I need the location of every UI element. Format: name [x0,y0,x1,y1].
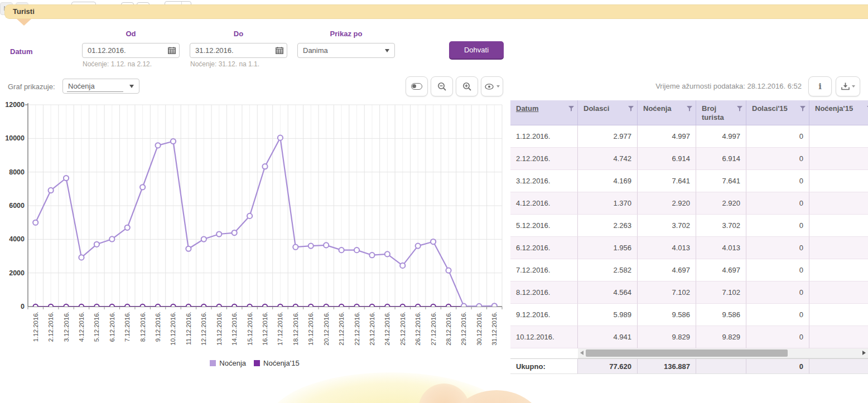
table-cell: 3.12.2016. [510,170,578,192]
legend-item[interactable]: Noćenja [210,359,246,367]
table-cell: 4.564 [578,281,638,304]
footer-total-label: Ukupno: [510,358,578,374]
zoom-out-button[interactable] [431,76,453,96]
column-header-2[interactable]: Dolasci [578,100,638,125]
legend-label: Noćenja'15 [263,359,300,367]
calendar-icon[interactable] [272,47,287,54]
display-by-value: Danima [298,46,380,55]
graph-series-value: Noćenja [67,80,123,92]
legend-item[interactable]: Noćenja'15 [254,359,300,367]
table-row[interactable]: 5.12.2016.2.2633.7023.7020 [510,215,868,237]
table-cell: 2.977 [578,125,638,148]
table-cell: 1.956 [578,237,638,259]
footer-total-cell: 77.620 [578,358,638,374]
filter-icon[interactable] [800,106,806,111]
scrollbar-thumb[interactable] [586,349,788,357]
svg-text:29.12.2016.: 29.12.2016. [460,312,467,346]
column-header-5[interactable]: Dolasci'15 [746,100,809,125]
line-chart[interactable]: 0200040006000800010000120001.12.2016.2.1… [2,101,507,357]
svg-text:3.12.2016.: 3.12.2016. [63,312,70,342]
table-cell: 4.697 [696,259,746,281]
table-cell: 2.920 [638,192,696,215]
svg-text:26.12.2016.: 26.12.2016. [414,312,421,346]
turisti-dashboard: Turisti Datum Od Do Prikaz po 01.12.2016… [0,0,868,403]
panel-header[interactable]: Turisti [4,4,868,19]
display-by-select[interactable]: Danima [297,43,395,58]
column-header-6[interactable]: Noćenja'15 [809,100,868,125]
table-row[interactable]: 8.12.2016.4.5647.1027.1020 [510,281,868,304]
table-row[interactable]: 3.12.2016.4.1697.6417.6410 [510,170,868,192]
table-row[interactable]: 1.12.2016.2.9774.9974.9970 [510,125,868,148]
svg-text:22.12.2016.: 22.12.2016. [354,312,360,346]
footer-total-cell: 136.887 [638,358,696,374]
table-cell: 5.989 [578,304,638,326]
svg-text:30.12.2016.: 30.12.2016. [476,312,483,346]
series-Noćenja'15 [33,304,497,309]
horizontal-scrollbar[interactable] [578,348,868,358]
zoom-in-button[interactable] [456,76,478,96]
table-cell: 1.370 [578,192,638,215]
filter-icon[interactable] [568,106,574,111]
table-cell: 8.12.2016. [510,281,578,304]
table-cell [809,170,868,192]
table-cell: 9.586 [696,304,746,326]
svg-text:13.12.2016.: 13.12.2016. [216,312,223,346]
info-button[interactable]: i [808,76,832,96]
download-icon [841,82,850,90]
zoom-in-icon [462,82,472,91]
table-cell: 7.641 [638,170,696,192]
table-cell: 2.263 [578,215,638,237]
column-header-3[interactable]: Noćenja [638,100,696,125]
table-cell: 7.102 [638,281,696,304]
filter-icon[interactable] [628,106,634,111]
fetch-button[interactable]: Dohvati [449,41,504,59]
visibility-menu-button[interactable] [481,76,503,96]
column-header-4[interactable]: Broj turista [696,100,746,125]
graph-series-select[interactable]: Noćenja [62,79,139,94]
table-row[interactable]: 10.12.2016.4.9419.8299.8290 [510,326,868,348]
table-cell: 0 [746,259,809,281]
svg-text:12000: 12000 [5,101,25,109]
table-cell: 4.997 [696,125,746,148]
svg-text:18.12.2016.: 18.12.2016. [292,312,299,346]
table-cell: 0 [746,170,809,192]
footer-total-cell: 0 [746,358,809,374]
table-cell: 4.742 [578,148,638,170]
table-cell: 0 [746,237,809,259]
date-to-input[interactable]: 31.12.2016. [190,43,287,58]
svg-text:8000: 8000 [9,168,25,176]
data-table: DatumDolasciNoćenjaBroj turistaDolasci'1… [510,100,868,374]
scroll-right-icon[interactable] [862,351,866,355]
table-cell [809,148,868,170]
table-row[interactable]: 7.12.2016.2.5824.6974.6970 [510,259,868,281]
table-row[interactable]: 9.12.2016.5.9899.5869.5860 [510,304,868,326]
table-cell: 2.582 [578,259,638,281]
filter-icon[interactable] [737,106,742,111]
table-scrollbar-row [510,348,868,358]
toggle-view-button[interactable] [406,76,428,96]
table-row[interactable]: 2.12.2016.4.7426.9146.9140 [510,148,868,170]
date-from-input[interactable]: 01.12.2016. [82,43,180,58]
column-header-1[interactable]: Datum [510,100,578,125]
scroll-left-icon[interactable] [580,351,584,355]
to-hint: Noćenje: 31.12. na 1.1. [190,60,259,68]
filter-icon[interactable] [687,106,692,111]
calendar-icon[interactable] [165,47,179,54]
table-cell [809,259,868,281]
page-title: Turisti [13,7,35,16]
table-row[interactable]: 4.12.2016.1.3702.9202.9200 [510,192,868,215]
export-button[interactable] [836,76,860,96]
table-cell: 0 [746,304,809,326]
panel-pointer-icon [17,19,31,26]
column-title: Datum [516,104,541,123]
svg-text:25.12.2016.: 25.12.2016. [399,312,406,346]
table-cell: 10.12.2016. [510,326,578,348]
table-row[interactable]: 6.12.2016.1.9564.0134.0130 [510,237,868,259]
table-cell: 2.920 [696,192,746,215]
svg-text:28.12.2016.: 28.12.2016. [445,312,452,346]
svg-text:0: 0 [21,303,25,310]
svg-text:23.12.2016.: 23.12.2016. [369,312,375,346]
svg-text:6000: 6000 [9,202,25,210]
table-cell: 4.013 [696,237,746,259]
table-cell: 9.12.2016. [510,304,578,326]
